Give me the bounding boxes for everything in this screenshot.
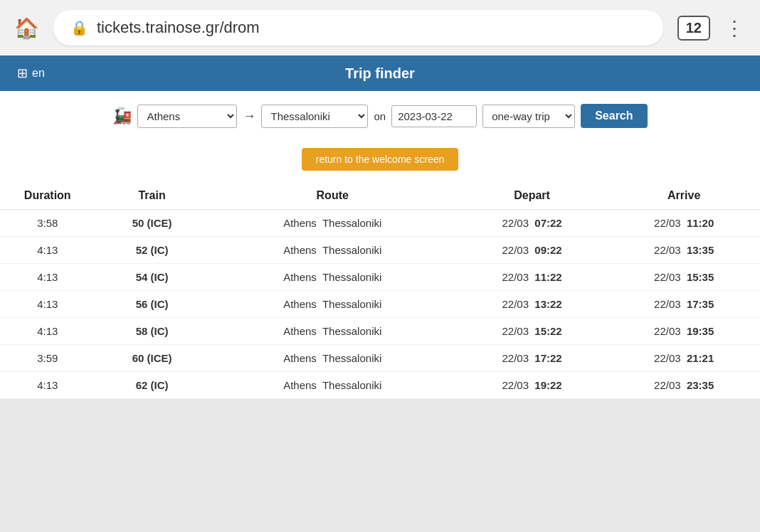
table-row[interactable]: 4:13 58 (IC) Athens Thessaloniki 22/03 1…	[0, 318, 760, 345]
results-table: Duration Train Route Depart Arrive 3:58 …	[0, 182, 760, 399]
search-button[interactable]: Search	[581, 104, 647, 128]
cell-route: Athens Thessaloniki	[209, 210, 456, 237]
col-header-depart: Depart	[456, 182, 608, 210]
cell-duration: 4:13	[0, 291, 95, 318]
cell-route: Athens Thessaloniki	[209, 345, 456, 372]
cell-arrive: 22/03 11:20	[608, 210, 760, 237]
cell-depart: 22/03 07:22	[456, 210, 608, 237]
cell-train: 50 (ICE)	[95, 210, 209, 237]
cell-train: 54 (IC)	[95, 264, 209, 291]
search-bar: 🚂 Athens → Thessaloniki on one-way trip …	[0, 91, 760, 141]
site-header: ⊞ en Trip finder	[0, 55, 760, 91]
table-header-row: Duration Train Route Depart Arrive	[0, 182, 760, 210]
cell-duration: 4:13	[0, 237, 95, 264]
cell-depart: 22/03 09:22	[456, 237, 608, 264]
cell-depart: 22/03 13:22	[456, 291, 608, 318]
table-row[interactable]: 4:13 54 (IC) Athens Thessaloniki 22/03 1…	[0, 264, 760, 291]
grid-icon: ⊞	[17, 65, 28, 81]
date-input[interactable]	[391, 105, 477, 127]
cell-duration: 4:13	[0, 264, 95, 291]
language-selector[interactable]: ⊞ en	[17, 65, 45, 81]
menu-dots-icon[interactable]: ⋮	[724, 16, 746, 40]
site-title: Trip finder	[345, 65, 415, 82]
cell-depart: 22/03 19:22	[456, 372, 608, 399]
cell-duration: 4:13	[0, 372, 95, 399]
cell-depart: 22/03 11:22	[456, 264, 608, 291]
cell-route: Athens Thessaloniki	[209, 237, 456, 264]
col-header-train: Train	[95, 182, 209, 210]
cell-depart: 22/03 17:22	[456, 345, 608, 372]
return-to-welcome-button[interactable]: return to the welcome screen	[302, 148, 459, 171]
destination-select[interactable]: Thessaloniki	[261, 105, 368, 128]
cell-train: 60 (ICE)	[95, 345, 209, 372]
empty-space	[0, 399, 760, 513]
table-row[interactable]: 4:13 62 (IC) Athens Thessaloniki 22/03 1…	[0, 372, 760, 399]
on-label: on	[374, 110, 386, 122]
url-text: tickets.trainose.gr/drom	[97, 18, 260, 37]
cell-route: Athens Thessaloniki	[209, 318, 456, 345]
cell-arrive: 22/03 17:35	[608, 291, 760, 318]
cell-train: 52 (IC)	[95, 237, 209, 264]
cell-arrive: 22/03 13:35	[608, 237, 760, 264]
table-row[interactable]: 4:13 56 (IC) Athens Thessaloniki 22/03 1…	[0, 291, 760, 318]
cell-duration: 4:13	[0, 318, 95, 345]
lang-label: en	[32, 67, 45, 80]
address-bar[interactable]: 🔒 tickets.trainose.gr/drom	[53, 10, 663, 46]
site-wrapper: ⊞ en Trip finder 🚂 Athens → Thessaloniki…	[0, 55, 760, 399]
tab-count[interactable]: 12	[677, 16, 710, 41]
cell-train: 62 (IC)	[95, 372, 209, 399]
cell-arrive: 22/03 21:21	[608, 345, 760, 372]
cell-train: 58 (IC)	[95, 318, 209, 345]
trip-type-select[interactable]: one-way trip	[482, 105, 575, 128]
cell-route: Athens Thessaloniki	[209, 291, 456, 318]
col-header-route: Route	[209, 182, 456, 210]
train-icon: 🚂	[112, 107, 132, 125]
table-row[interactable]: 3:58 50 (ICE) Athens Thessaloniki 22/03 …	[0, 210, 760, 237]
return-bar: return to the welcome screen	[0, 141, 760, 182]
cell-arrive: 22/03 23:35	[608, 372, 760, 399]
col-header-duration: Duration	[0, 182, 95, 210]
arrow-icon: →	[243, 109, 255, 124]
cell-duration: 3:58	[0, 210, 95, 237]
cell-depart: 22/03 15:22	[456, 318, 608, 345]
lock-icon: 🔒	[70, 19, 88, 36]
table-row[interactable]: 3:59 60 (ICE) Athens Thessaloniki 22/03 …	[0, 345, 760, 372]
table-row[interactable]: 4:13 52 (IC) Athens Thessaloniki 22/03 0…	[0, 237, 760, 264]
col-header-arrive: Arrive	[608, 182, 760, 210]
home-icon[interactable]: 🏠	[14, 16, 39, 40]
cell-arrive: 22/03 19:35	[608, 318, 760, 345]
cell-arrive: 22/03 15:35	[608, 264, 760, 291]
cell-route: Athens Thessaloniki	[209, 264, 456, 291]
cell-train: 56 (IC)	[95, 291, 209, 318]
origin-select[interactable]: Athens	[137, 105, 237, 128]
browser-chrome: 🏠 🔒 tickets.trainose.gr/drom 12 ⋮	[0, 0, 760, 55]
cell-duration: 3:59	[0, 345, 95, 372]
cell-route: Athens Thessaloniki	[209, 372, 456, 399]
